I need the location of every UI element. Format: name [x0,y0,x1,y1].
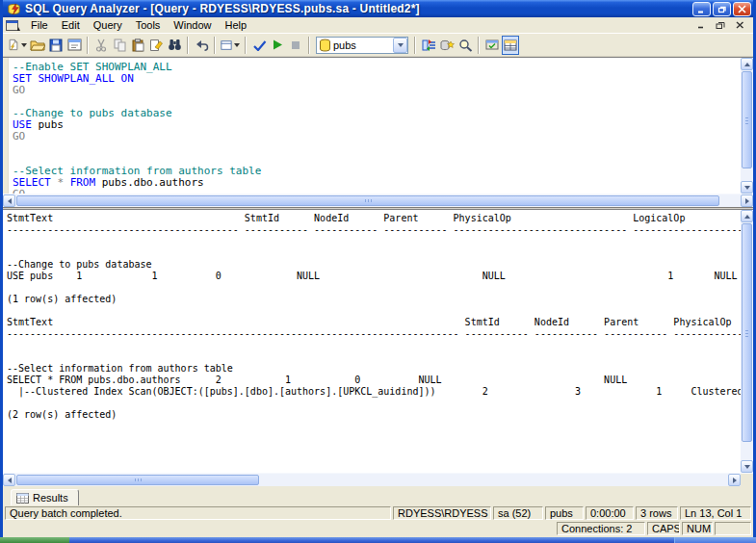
cancel-query-button[interactable] [287,36,304,55]
save-button[interactable] [47,36,65,55]
scroll-right-button[interactable] [741,194,753,207]
menu-edit[interactable]: Edit [55,18,87,32]
open-button[interactable] [29,36,46,55]
object-search-icon [440,39,455,52]
status-database: pubs [545,506,584,520]
app-status-spacer [5,522,555,535]
scroll-track[interactable] [741,70,753,181]
toolbar-separator [308,37,310,54]
tab-results[interactable]: Results [11,489,79,505]
menu-help[interactable]: Help [218,18,253,32]
status-exec-time: 0:00:00 [586,506,634,520]
close-button[interactable] [733,2,751,16]
open-folder-icon [30,39,45,51]
paste-icon [132,39,144,52]
editor-horizontal-scrollbar[interactable] [3,194,753,207]
connection-properties-button[interactable] [483,36,501,55]
scroll-up-button[interactable] [741,58,753,70]
insert-template-icon [67,39,82,51]
parse-query-button[interactable] [250,36,268,55]
menu-file[interactable]: File [24,18,55,32]
new-query-icon [8,38,19,52]
clear-window-button[interactable] [147,36,165,55]
code-line: SET SHOWPLAN_ALL ON [13,73,741,85]
code-line [13,142,741,154]
results-pane-icon [504,39,517,51]
find-button[interactable] [166,36,183,55]
show-results-pane-button[interactable] [502,36,519,55]
toolbar-separator [414,37,416,54]
toolbar-separator [245,37,247,54]
parse-check-icon [252,39,267,51]
copy-icon [114,39,126,52]
execute-play-icon [272,39,283,51]
object-browser-icon [422,39,436,52]
object-browser-button[interactable] [420,36,437,55]
display-mode-caret [234,43,240,47]
find-objects-button[interactable] [456,36,474,55]
object-search-button[interactable] [438,36,456,55]
code-line: GO [13,85,741,96]
status-server: RDYESS\RDYESS (8.0) [393,506,491,520]
status-cursor-position: Ln 13, Col 1 [680,506,751,520]
scroll-right-button[interactable] [728,474,741,486]
scroll-thumb[interactable] [742,71,752,168]
copy-button[interactable] [111,36,128,55]
cut-button[interactable] [92,36,110,55]
editor-vertical-scrollbar[interactable] [741,58,753,194]
toolbar-separator [87,37,89,54]
toolbar: pubs [3,34,753,57]
scroll-thumb[interactable] [16,195,719,206]
menu-tools[interactable]: Tools [129,18,168,32]
start-button[interactable] [0,537,69,543]
new-query-button[interactable] [7,36,28,55]
minimize-button[interactable] [692,2,711,16]
find-binoculars-icon [168,39,182,51]
scroll-down-button[interactable] [741,181,753,194]
database-icon [319,39,331,52]
results-vertical-scrollbar[interactable] [741,210,753,473]
paste-button[interactable] [129,36,146,55]
properties-icon [485,39,500,51]
scroll-thumb[interactable] [16,475,259,485]
menu-window[interactable]: Window [167,18,218,32]
code-line: --Change to pubs database [13,108,741,119]
scroll-up-button[interactable] [741,210,753,222]
title-bar: SQL Query Analyzer - [Query - RDYESS\RDY… [3,0,753,17]
scroll-track[interactable] [15,474,728,486]
menu-bar: FileEditQueryToolsWindowHelp [3,17,753,34]
results-output[interactable]: StmtText StmtId NodeId Parent PhysicalOp… [3,210,741,473]
insert-template-button[interactable] [65,36,83,55]
child-minimize-button[interactable] [694,19,708,31]
taskbar-strip[interactable] [69,537,674,543]
window-title: SQL Query Analyzer - [Query - RDYESS\RDY… [25,2,692,15]
display-mode-button[interactable] [220,36,241,55]
scrollbar-corner [741,474,753,486]
execute-query-button[interactable] [269,36,286,55]
status-num-lock: NUM [682,522,713,535]
tab-results-label: Results [33,492,68,504]
query-editor[interactable]: --Enable SET SHOWPLAN_ALLSET SHOWPLAN_AL… [9,58,741,194]
scroll-track[interactable] [15,194,741,207]
database-combo-dropdown[interactable] [393,38,407,53]
child-restore-button[interactable] [714,19,727,31]
database-combo[interactable]: pubs [316,37,408,54]
app-status-bar: Connections: 2 CAPS NUM [3,521,753,537]
results-horizontal-scrollbar[interactable] [3,473,753,486]
system-tray[interactable] [674,537,756,543]
scroll-thumb[interactable] [742,223,752,442]
restore-button[interactable] [713,2,731,16]
results-region: StmtText StmtId NodeId Parent PhysicalOp… [3,207,753,486]
screen: SQL Query Analyzer - [Query - RDYESS\RDY… [0,0,756,543]
scroll-left-button[interactable] [3,194,15,207]
scroll-track[interactable] [741,222,753,460]
query-document-icon [6,19,21,32]
scroll-down-button[interactable] [741,460,753,473]
menu-query[interactable]: Query [87,18,129,32]
child-close-button[interactable] [733,19,746,31]
scroll-left-button[interactable] [3,474,15,486]
save-icon [49,39,63,52]
code-line: SELECT * FROM pubs.dbo.authors [13,177,741,189]
database-combo-value: pubs [333,39,393,51]
undo-button[interactable] [193,36,210,55]
